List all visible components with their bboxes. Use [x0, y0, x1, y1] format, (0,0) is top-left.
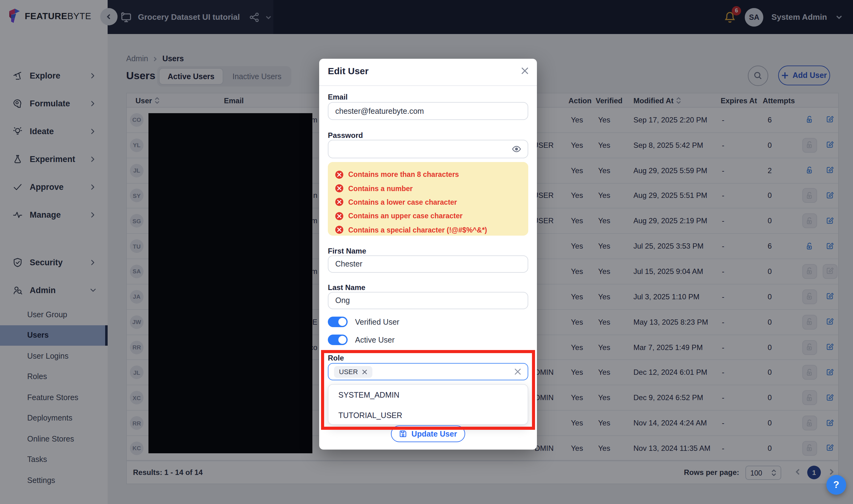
validation-item: Contains a special character (!@#$%^&*): [335, 223, 521, 237]
validation-item: Contains a number: [335, 181, 521, 195]
active-user-toggle-row: Active User: [328, 335, 395, 345]
email-label: Email: [328, 93, 348, 102]
error-x-icon: [335, 184, 343, 192]
last-name-field[interactable]: Ong: [328, 292, 528, 309]
validation-item: Contains more than 8 characters: [335, 167, 521, 181]
active-user-toggle-label: Active User: [355, 336, 395, 344]
error-x-icon: [335, 198, 343, 206]
verified-user-toggle-label: Verified User: [355, 318, 399, 326]
password-label: Password: [328, 131, 363, 140]
save-floppy-icon: [399, 430, 407, 438]
modal-title: Edit User: [328, 66, 369, 76]
password-field[interactable]: [328, 140, 528, 158]
last-name-label: Last Name: [328, 283, 365, 292]
validation-item: Contains a lower case character: [335, 195, 521, 209]
email-field[interactable]: chester@featurebyte.com: [328, 102, 528, 120]
modal-close-button[interactable]: [520, 66, 530, 75]
validation-item: Contains an upper case character: [335, 209, 521, 223]
error-x-icon: [335, 170, 343, 178]
password-validation-box: Contains more than 8 charactersContains …: [328, 162, 528, 236]
first-name-label: First Name: [328, 247, 366, 255]
help-button[interactable]: ?: [827, 475, 846, 495]
password-visibility-eye-icon[interactable]: [512, 144, 521, 154]
active-user-toggle[interactable]: [328, 335, 348, 345]
app-root: Grocery Dataset UI tutorial: [0, 0, 853, 504]
error-x-icon: [335, 226, 343, 234]
role-section-highlight-annotation: [321, 350, 535, 430]
verified-user-toggle[interactable]: [328, 317, 348, 327]
verified-user-toggle-row: Verified User: [328, 317, 399, 327]
error-x-icon: [335, 212, 343, 220]
first-name-field[interactable]: Chester: [328, 255, 528, 273]
divider: [319, 85, 537, 86]
close-icon: [520, 67, 529, 74]
